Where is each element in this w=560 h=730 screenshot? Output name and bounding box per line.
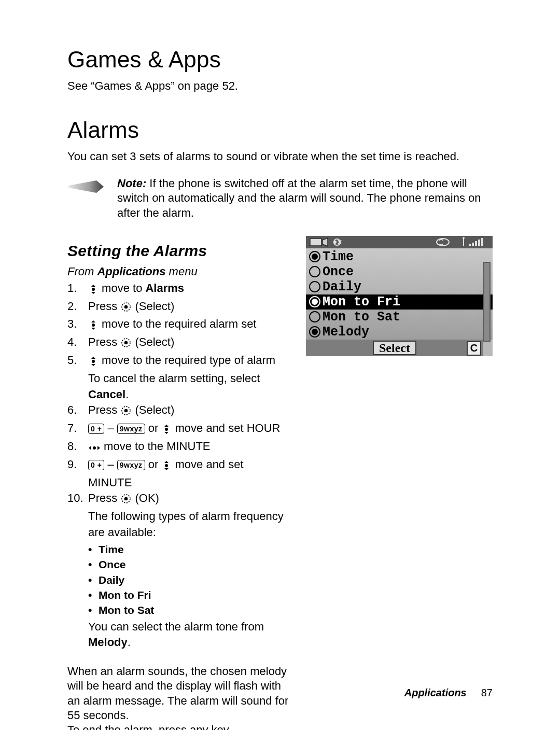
svg-point-7 — [333, 241, 337, 244]
footer-page-number: 87 — [481, 687, 493, 698]
svg-marker-6 — [323, 238, 328, 246]
svg-point-12 — [463, 237, 465, 239]
phone-statusbar — [306, 236, 493, 248]
nav-updown-icon — [162, 459, 171, 475]
phone-item-time[interactable]: Time — [306, 249, 493, 264]
frequency-intro: The following types of alarm frequency a… — [67, 509, 289, 541]
nav-updown-icon — [89, 283, 98, 299]
step-1: move to Alarms — [67, 280, 289, 299]
svg-rect-14 — [472, 243, 474, 246]
step-2: Press (Select) — [67, 299, 289, 317]
note-lead: Note: — [117, 177, 146, 190]
frequency-list: Time Once Daily Mon to Fri Mon to Sat — [67, 542, 289, 618]
status-right-icons — [432, 237, 489, 247]
nav-center-icon — [121, 301, 131, 317]
alarm-behaviour: When an alarm sounds, the chosen melody … — [67, 664, 289, 730]
heading-games-apps: Games & Apps — [67, 47, 493, 73]
nav-updown-icon — [89, 355, 98, 371]
phone-item-melody[interactable]: Melody — [306, 325, 493, 340]
phone-item-daily[interactable]: Daily — [306, 279, 493, 294]
svg-rect-17 — [481, 238, 483, 246]
key-9: 9wxyz — [117, 460, 145, 470]
svg-rect-16 — [478, 240, 480, 246]
phone-item-once[interactable]: Once — [306, 264, 493, 279]
svg-marker-4 — [68, 180, 104, 193]
step-4: Press (Select) — [67, 334, 289, 353]
alarms-intro: You can set 3 sets of alarms to sound or… — [67, 149, 493, 164]
phone-item-mon-fri[interactable]: Mon to Fri — [306, 294, 493, 310]
svg-rect-5 — [310, 238, 321, 246]
step-6: Press (Select) — [67, 402, 289, 420]
freq-time: Time — [88, 542, 289, 557]
nav-updown-icon — [89, 318, 98, 334]
games-apps-ref: See “Games & Apps” on page 52. — [67, 79, 493, 93]
nav-center-icon — [121, 404, 131, 420]
note-text: Note: If the phone is switched off at th… — [117, 176, 493, 220]
step-8: move to the MINUTE — [67, 439, 289, 457]
melody-line: You can select the alarm tone from Melod… — [67, 619, 289, 651]
page-footer: Applications87 — [404, 687, 493, 699]
freq-mon-sat: Mon to Sat — [88, 602, 289, 617]
step-9: 0 + – 9wxyz or move and set MINUTE — [67, 457, 289, 491]
note-body: If the phone is switched off at the alar… — [117, 177, 481, 219]
freq-once: Once — [88, 557, 289, 572]
key-9: 9wxyz — [117, 424, 145, 434]
nav-center-icon — [121, 493, 131, 509]
from-applications: From Applications menu — [67, 265, 289, 278]
key-0: 0 + — [88, 460, 104, 470]
nav-center-icon — [121, 336, 131, 353]
status-left-icons — [309, 237, 356, 247]
key-0: 0 + — [88, 424, 104, 434]
phone-item-mon-sat[interactable]: Mon to Sat — [306, 310, 493, 325]
phone-scrollbar[interactable] — [483, 262, 491, 342]
note-block: Note: If the phone is switched off at th… — [67, 176, 493, 220]
step-7: 0 + – 9wxyz or move and set HOUR — [67, 420, 289, 439]
step-3: move to the required alarm set — [67, 316, 289, 334]
phone-softkey-bar: Select C — [306, 340, 483, 356]
svg-rect-13 — [469, 244, 471, 246]
note-arrow-icon — [67, 177, 105, 196]
freq-mon-fri: Mon to Fri — [88, 587, 289, 602]
heading-alarms: Alarms — [67, 117, 493, 143]
step-10: Press (OK) — [67, 490, 289, 509]
svg-rect-15 — [475, 241, 477, 246]
phone-screenshot: Time Once Daily Mon to Fri Mon to Sat Me… — [306, 236, 493, 356]
nav-leftright-icon — [89, 441, 100, 457]
heading-setting-alarms: Setting the Alarms — [67, 242, 289, 260]
freq-daily: Daily — [88, 572, 289, 587]
softkey-clear[interactable]: C — [467, 341, 481, 356]
step-5: move to the required type of alarm To ca… — [67, 353, 289, 402]
steps-list: move to Alarms Press (Select) move to th… — [67, 280, 289, 509]
phone-menu-list: Time Once Daily Mon to Fri Mon to Sat Me… — [306, 248, 493, 340]
footer-section: Applications — [404, 687, 467, 698]
nav-updown-icon — [162, 423, 171, 439]
softkey-select[interactable]: Select — [373, 341, 416, 355]
